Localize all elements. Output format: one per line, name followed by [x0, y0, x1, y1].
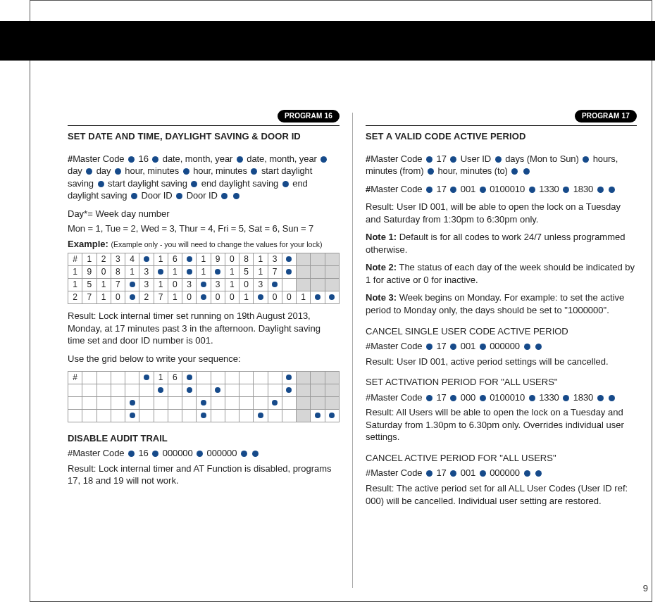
- note1-label: Note 1:: [366, 232, 397, 242]
- blue-dot-icon: [286, 269, 292, 275]
- grid-cell: 3: [139, 279, 154, 291]
- grid-cell: 0: [211, 291, 225, 304]
- grid-cell: [139, 371, 154, 384]
- blue-dot-icon: [201, 413, 206, 418]
- divider: [68, 125, 340, 126]
- grid-cell: 1: [239, 291, 254, 304]
- note-3: Note 3: Week begins on Monday. For examp…: [366, 291, 637, 316]
- blue-dot-icon: [426, 344, 433, 350]
- grid-cell: [111, 384, 125, 396]
- blue-dot-icon: [282, 181, 289, 187]
- blue-dot-icon: [480, 187, 486, 193]
- grid-cell: [311, 253, 325, 266]
- grid-cell: [311, 409, 325, 422]
- blue-dot-icon: [563, 395, 569, 401]
- cancel-single-seq: #Master Code 17 001 000000: [366, 340, 637, 353]
- grid-cell: [311, 291, 325, 304]
- grid-cell: 1: [97, 291, 111, 304]
- program-badge-16: PROGRAM 16: [278, 110, 340, 122]
- grid-cell: [82, 409, 97, 422]
- blue-dot-icon: [524, 470, 530, 477]
- blue-dot-icon: [609, 395, 615, 401]
- blue-dot-icon: [201, 400, 206, 406]
- cancel-single-title: CANCEL SINGLE USER CODE ACTIVE PERIOD: [366, 325, 637, 338]
- note2-text: The status of each day of the week shoul…: [366, 262, 635, 285]
- blue-dot-icon: [187, 269, 192, 275]
- grid-cell: 1: [297, 291, 311, 304]
- blue-dot-icon: [329, 294, 335, 300]
- grid-cell: [254, 384, 268, 396]
- right-result-text: User ID 001, will be able to open the lo…: [366, 201, 621, 225]
- grid-cell: [325, 384, 340, 396]
- blue-dot-icon: [233, 193, 239, 199]
- blue-dot-icon: [450, 395, 456, 401]
- left-sequence: #Master Code 16 date, month, year date, …: [68, 153, 340, 202]
- blue-dot-icon: [315, 413, 321, 418]
- blue-dot-icon: [529, 395, 535, 401]
- grid-cell: [254, 371, 268, 384]
- grid-cell: [311, 279, 325, 291]
- grid-cell: [239, 409, 254, 422]
- grid-cell: 0: [268, 291, 282, 304]
- grid-cell: [139, 253, 154, 266]
- grid-cell: [297, 253, 311, 266]
- right-column-inner: PROGRAM 17 SET A VALID CODE ACTIVE PERIO…: [366, 113, 637, 507]
- grid-cell: [268, 279, 282, 291]
- grid-cell: [97, 409, 111, 422]
- grid-cell: [239, 396, 254, 409]
- blue-dot-icon: [511, 168, 518, 175]
- grid-cell: [325, 253, 340, 266]
- content-columns: PROGRAM 16 SET DATE AND TIME, DAYLIGHT S…: [68, 113, 637, 588]
- blue-dot-icon: [286, 375, 292, 380]
- blue-dot-icon: [152, 156, 158, 163]
- grid-cell: [197, 371, 211, 384]
- blue-dot-icon: [130, 400, 135, 406]
- grid-cell: 1: [225, 279, 239, 291]
- grid-cell: 9: [211, 253, 225, 266]
- grid-cell: [225, 409, 239, 422]
- grid-cell: [325, 279, 340, 291]
- left-column-inner: PROGRAM 16 SET DATE AND TIME, DAYLIGHT S…: [68, 113, 340, 487]
- grid-cell: [68, 409, 82, 422]
- blue-dot-icon: [480, 344, 486, 350]
- grid-cell: 3: [182, 279, 197, 291]
- grid-cell: [254, 409, 268, 422]
- blue-dot-icon: [529, 187, 535, 193]
- grid-cell: [182, 266, 197, 279]
- grid-cell: [225, 396, 239, 409]
- blue-dot-icon: [495, 156, 502, 163]
- grid-cell: [254, 291, 268, 304]
- left-title: SET DATE AND TIME, DAYLIGHT SAVING & DOO…: [68, 130, 340, 143]
- grid-cell: 1: [254, 253, 268, 266]
- note2-label: Note 2:: [366, 262, 397, 272]
- grid-cell: 0: [239, 279, 254, 291]
- grid-cell: [125, 396, 139, 409]
- grid-cell: [325, 291, 340, 304]
- result-label: Result:: [366, 201, 394, 212]
- grid-cell: [82, 371, 97, 384]
- grid-cell: [182, 253, 197, 266]
- blue-dot-icon: [597, 187, 604, 193]
- grid-cell: [68, 396, 82, 409]
- grid-cell: [282, 409, 296, 422]
- grid-cell: 3: [254, 279, 268, 291]
- set-all-title: SET ACTIVATION PERIOD FOR "ALL USERS": [366, 376, 637, 389]
- grid-cell: [239, 384, 254, 396]
- blue-dot-icon: [131, 193, 137, 199]
- blue-dot-icon: [215, 269, 220, 275]
- example-line: Example: (Example only - you will need t…: [68, 238, 340, 251]
- blue-dot-icon: [426, 395, 433, 401]
- grid-cell: [125, 409, 139, 422]
- grid-cell: 1: [68, 279, 82, 291]
- grid-cell: [197, 384, 211, 396]
- blue-dot-icon: [535, 344, 542, 350]
- grid-cell: 1: [197, 266, 211, 279]
- grid-cell: [168, 384, 182, 396]
- grid-cell: [111, 371, 125, 384]
- grid-cell: 1: [154, 371, 168, 384]
- blue-dot-icon: [221, 193, 228, 199]
- grid-cell: [282, 396, 296, 409]
- grid-cell: [197, 291, 211, 304]
- grid-cell: 1: [68, 266, 82, 279]
- grid-cell: 6: [168, 253, 182, 266]
